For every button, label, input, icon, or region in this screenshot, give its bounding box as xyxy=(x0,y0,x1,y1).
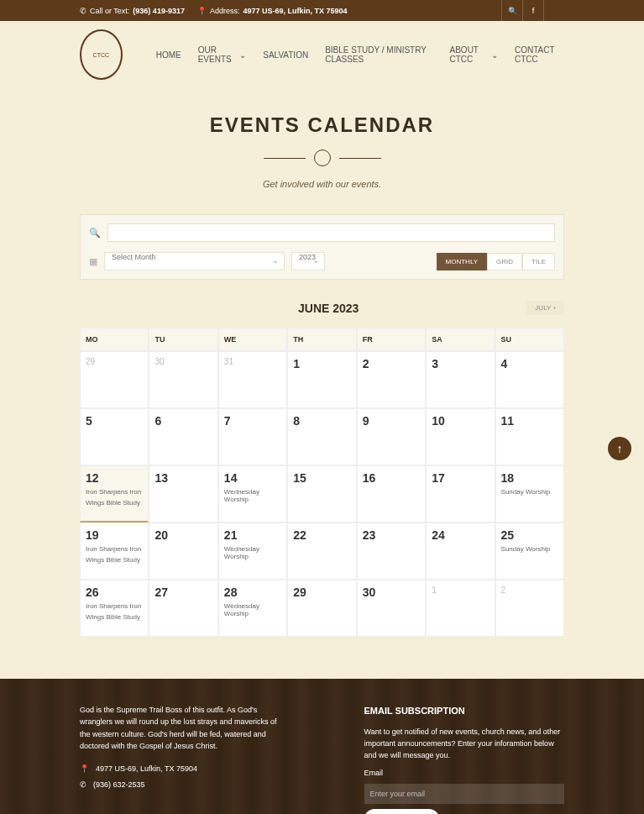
email-input[interactable] xyxy=(364,784,565,804)
nav-salvation[interactable]: SALVATION xyxy=(263,45,308,64)
footer-address: 📍 4977 US-69, Lufkin, TX 75904 xyxy=(80,763,280,775)
calendar-event[interactable]: Wings Bible Study xyxy=(86,499,143,507)
nav-home[interactable]: HOME xyxy=(156,45,181,64)
filter-row: ▦ Select Month 2023 MONTHLYGRIDTILE xyxy=(89,252,555,270)
view-tabs: MONTHLYGRIDTILE xyxy=(437,253,555,270)
logo[interactable]: CTCC xyxy=(80,29,123,80)
calendar-event[interactable]: Iron Sharpens Iron xyxy=(86,602,143,610)
calendar-event[interactable]: Wednesday Worship xyxy=(224,602,281,617)
calendar-cell[interactable]: 21Wednesday Worship xyxy=(218,523,287,580)
calendar-cell[interactable]: 11 xyxy=(495,408,564,465)
divider xyxy=(0,150,644,166)
calendar-cell[interactable]: 29 xyxy=(80,351,149,408)
nav-bible-study-ministry-classes[interactable]: BIBLE STUDY / MINISTRY CLASSES xyxy=(325,45,432,64)
subscribe-button[interactable]: SUBSCRIBE xyxy=(364,809,439,814)
calendar-event[interactable]: Wings Bible Study xyxy=(86,613,143,621)
call-label: Call or Text: xyxy=(90,7,129,15)
topbar-address[interactable]: 📍 Address: 4977 US-69, Lufkin, TX 75904 xyxy=(197,7,348,15)
topbar-phone[interactable]: ✆ Call or Text: (936) 419-9317 xyxy=(80,7,185,15)
day-number: 5 xyxy=(86,414,143,428)
calendar-event[interactable]: Iron Sharpens Iron xyxy=(86,488,143,496)
nav-about-ctcc[interactable]: ABOUT CTCC⌄ xyxy=(450,45,498,64)
calendar-event[interactable]: Sunday Worship xyxy=(501,545,558,553)
pin-icon: 📍 xyxy=(80,763,89,775)
month-select[interactable]: Select Month xyxy=(104,252,285,270)
calendar-cell[interactable]: 8 xyxy=(287,408,356,465)
footer-about-text: God is the Supreme Trail Boss of this ou… xyxy=(80,704,280,753)
calendar-cell[interactable]: 18Sunday Worship xyxy=(495,465,564,523)
view-tab-monthly[interactable]: MONTHLY xyxy=(437,253,488,270)
calendar-cell[interactable]: 17 xyxy=(426,465,495,523)
month-title: JUNE 2023 xyxy=(130,302,526,315)
calendar-event[interactable]: Iron Sharpens Iron xyxy=(86,545,143,553)
calendar-cell[interactable]: 5 xyxy=(80,408,149,465)
page-title-block: EVENTS CALENDAR Get involved with our ev… xyxy=(0,88,644,214)
calendar-cell[interactable]: 30 xyxy=(357,580,426,637)
nav-our-events[interactable]: OUR EVENTS⌄ xyxy=(198,45,247,64)
day-number: 29 xyxy=(86,357,143,366)
calendar-cell[interactable]: 14Wednesday Worship xyxy=(218,465,287,523)
calendar-cell[interactable]: 15 xyxy=(287,465,356,523)
calendar-cell[interactable]: 1 xyxy=(287,351,356,408)
next-month-button[interactable]: JULY › xyxy=(526,301,564,315)
calendar-cell[interactable]: 27 xyxy=(149,580,217,637)
calendar-cell[interactable]: 7 xyxy=(218,408,287,465)
day-number: 28 xyxy=(224,586,281,599)
day-number: 10 xyxy=(432,414,489,428)
calendar-cell[interactable]: 1 xyxy=(426,580,495,637)
day-number: 6 xyxy=(154,414,212,428)
calendar-cell[interactable]: 13 xyxy=(149,465,217,523)
calendar-cell[interactable]: 6 xyxy=(149,408,217,465)
day-number: 20 xyxy=(154,528,212,542)
calendar-event[interactable]: Sunday Worship xyxy=(501,488,558,496)
calendar-cell[interactable]: 10 xyxy=(426,408,495,465)
calendar-cell[interactable]: 3 xyxy=(426,351,495,408)
day-header: WE xyxy=(218,328,287,351)
calendar-cell[interactable]: 2 xyxy=(495,580,564,637)
footer: God is the Supreme Trail Boss of this ou… xyxy=(0,679,644,814)
search-row: 🔍 xyxy=(89,223,555,242)
day-number: 21 xyxy=(224,528,281,542)
search-icon[interactable]: 🔍 xyxy=(501,0,522,21)
calendar-cell[interactable]: 16 xyxy=(357,465,426,523)
calendar-event[interactable]: Wednesday Worship xyxy=(224,545,281,560)
view-tab-grid[interactable]: GRID xyxy=(487,253,522,270)
nav-contact-ctcc[interactable]: CONTACT CTCC xyxy=(515,45,564,64)
calendar-cell[interactable]: 12Iron Sharpens IronWings Bible Study xyxy=(80,465,149,523)
calendar-cell[interactable]: 19Iron Sharpens IronWings Bible Study xyxy=(80,523,149,580)
footer-subscribe: EMAIL SUBSCRIPTION Want to get notified … xyxy=(364,704,565,814)
facebook-icon[interactable]: f xyxy=(522,0,543,21)
calendar-cell[interactable]: 22 xyxy=(287,523,356,580)
search-icon: 🔍 xyxy=(89,228,101,239)
day-number: 22 xyxy=(293,528,350,542)
view-tab-tile[interactable]: TILE xyxy=(522,253,555,270)
calendar-cell[interactable]: 4 xyxy=(495,351,564,408)
back-to-top-button[interactable]: ↑ xyxy=(608,437,631,460)
calendar-icon: ▦ xyxy=(89,256,97,267)
calendar-cell[interactable]: 2 xyxy=(357,351,426,408)
search-input[interactable] xyxy=(107,223,555,242)
address-label: Address: xyxy=(210,7,240,15)
calendar-cell[interactable]: 20 xyxy=(149,523,217,580)
email-label: Email xyxy=(364,767,565,779)
topbar-left: ✆ Call or Text: (936) 419-9317 📍 Address… xyxy=(80,7,348,15)
day-header: TH xyxy=(287,328,356,351)
calendar-cell[interactable]: 9 xyxy=(357,408,426,465)
day-number: 4 xyxy=(501,357,558,370)
calendar-event[interactable]: Wednesday Worship xyxy=(224,488,281,503)
calendar-cell[interactable]: 28Wednesday Worship xyxy=(218,580,287,637)
calendar-event[interactable]: Wings Bible Study xyxy=(86,556,143,564)
subscribe-text: Want to get notified of new events, chur… xyxy=(364,726,565,762)
calendar-cell[interactable]: 31 xyxy=(218,351,287,408)
main-nav: HOMEOUR EVENTS⌄SALVATIONBIBLE STUDY / MI… xyxy=(156,45,564,64)
day-number: 27 xyxy=(154,586,212,599)
calendar-cell[interactable]: 30 xyxy=(149,351,217,408)
year-select[interactable]: 2023 xyxy=(291,252,325,270)
calendar-cell[interactable]: 24 xyxy=(426,523,495,580)
day-number: 15 xyxy=(293,471,350,485)
calendar-cell[interactable]: 23 xyxy=(357,523,426,580)
calendar-cell[interactable]: 26Iron Sharpens IronWings Bible Study xyxy=(80,580,149,637)
calendar-cell[interactable]: 25Sunday Worship xyxy=(495,523,564,580)
day-number: 29 xyxy=(293,586,350,599)
calendar-cell[interactable]: 29 xyxy=(287,580,356,637)
